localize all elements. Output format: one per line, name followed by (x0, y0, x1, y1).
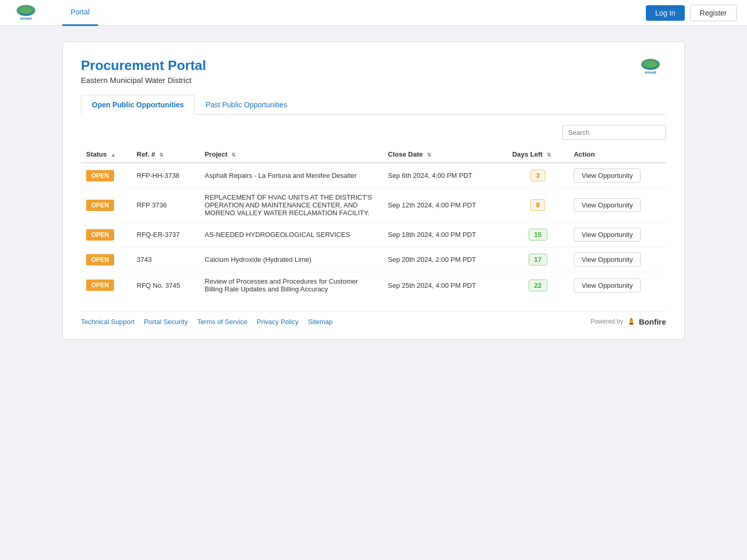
svg-point-1 (20, 7, 32, 13)
footer-sitemap[interactable]: Sitemap (308, 318, 333, 326)
cell-days-left-0: 3 (507, 163, 569, 188)
sort-icon-days-left: ⇅ (547, 152, 551, 158)
cell-status-0: OPEN (81, 163, 132, 188)
portal-footer: Technical Support Portal Security Terms … (81, 311, 666, 326)
view-opportunity-button-1[interactable]: View Opportunity (574, 198, 641, 212)
table-row: OPEN RFP 3736 REPLACEMENT OF HVAC UNITS … (81, 188, 666, 222)
view-opportunity-button-0[interactable]: View Opportunity (574, 169, 641, 183)
footer-portal-security[interactable]: Portal Security (144, 318, 188, 326)
cell-days-left-4: 22 (507, 272, 569, 299)
days-badge-1: 9 (530, 199, 545, 211)
tab-past-opportunities[interactable]: Past Public Opportunities (195, 95, 298, 115)
cell-action-1: View Opportunity (569, 188, 666, 222)
sort-icon-close-date: ⇅ (427, 152, 431, 158)
view-opportunity-button-4[interactable]: View Opportunity (574, 278, 641, 292)
cell-status-2: OPEN (81, 222, 132, 247)
days-badge-0: 3 (530, 170, 545, 181)
footer-privacy[interactable]: Privacy Policy (257, 318, 299, 326)
cell-ref-1: RFP 3736 (132, 188, 200, 222)
days-badge-2: 15 (529, 229, 547, 241)
cell-status-4: OPEN (81, 272, 132, 299)
view-opportunity-button-2[interactable]: View Opportunity (574, 228, 641, 242)
powered-by: Powered by Bonfire (590, 317, 666, 326)
cell-project-1: REPLACEMENT OF HVAC UNITS AT THE DISTRIC… (200, 188, 383, 222)
login-button[interactable]: Log In (646, 5, 685, 21)
sort-icon-status: ▲ (110, 152, 116, 158)
opportunities-table: Status ▲ Ref. # ⇅ Project ⇅ Close Date ⇅ (81, 146, 666, 298)
bonfire-icon (627, 317, 636, 326)
register-button[interactable]: Register (690, 5, 737, 21)
sort-icon-ref: ⇅ (159, 152, 163, 158)
col-header-ref[interactable]: Ref. # ⇅ (132, 146, 200, 163)
cell-status-1: OPEN (81, 188, 132, 222)
cell-close-date-4: Sep 25th 2024, 4:00 PM PDT (383, 272, 507, 299)
cell-action-0: View Opportunity (569, 163, 666, 188)
cell-close-date-1: Sep 12th 2024, 4:00 PM PDT (383, 188, 507, 222)
cell-ref-3: 3743 (132, 247, 200, 272)
topnav: emwd Portal Log In Register (0, 0, 747, 26)
tab-open-opportunities[interactable]: Open Public Opportunities (81, 95, 195, 115)
footer-terms[interactable]: Terms of Service (197, 318, 247, 326)
portal-logo: emwd (635, 58, 666, 78)
powered-by-text: Powered by (590, 318, 623, 325)
table-row: OPEN RFQ No. 3745 Review of Processes an… (81, 272, 666, 299)
logo: emwd (10, 4, 42, 22)
table-row: OPEN 3743 Calcium Hydroxide (Hydrated Li… (81, 247, 666, 272)
cell-ref-0: RFP-HH-3738 (132, 163, 200, 188)
status-badge-1: OPEN (86, 200, 114, 211)
nav-actions: Log In Register (646, 5, 737, 21)
cell-project-0: Asphalt Repairs - La Fortuna and Menifee… (200, 163, 383, 188)
cell-project-2: AS-NEEDED HYDROGEOLOGICAL SERVICES (200, 222, 383, 247)
portal-title: Procurement Portal (81, 58, 206, 74)
days-badge-4: 22 (529, 279, 547, 291)
cell-days-left-1: 9 (507, 188, 569, 222)
cell-days-left-2: 15 (507, 222, 569, 247)
cell-ref-2: RFQ-ER-3737 (132, 222, 200, 247)
portal-header: Procurement Portal Eastern Municipal Wat… (81, 58, 666, 85)
footer-technical-support[interactable]: Technical Support (81, 318, 134, 326)
nav-portal[interactable]: Portal (62, 0, 98, 26)
table-header-row: Status ▲ Ref. # ⇅ Project ⇅ Close Date ⇅ (81, 146, 666, 163)
svg-text:emwd: emwd (20, 16, 32, 21)
status-badge-2: OPEN (86, 229, 114, 241)
view-opportunity-button-3[interactable]: View Opportunity (574, 253, 641, 267)
cell-action-3: View Opportunity (569, 247, 666, 272)
col-header-days-left[interactable]: Days Left ⇅ (507, 146, 569, 163)
col-header-status[interactable]: Status ▲ (81, 146, 132, 163)
main-content: Procurement Portal Eastern Municipal Wat… (0, 26, 747, 355)
portal-subtitle: Eastern Municipal Water District (81, 76, 206, 85)
cell-action-2: View Opportunity (569, 222, 666, 247)
status-badge-0: OPEN (86, 170, 114, 181)
days-badge-3: 17 (529, 254, 547, 265)
cell-project-4: Review of Processes and Procedures for C… (200, 272, 383, 299)
tabs: Open Public Opportunities Past Public Op… (81, 95, 666, 115)
portal-title-block: Procurement Portal Eastern Municipal Wat… (81, 58, 206, 85)
cell-close-date-0: Sep 6th 2024, 4:00 PM PDT (383, 163, 507, 188)
cell-ref-4: RFQ No. 3745 (132, 272, 200, 299)
col-header-action: Action (569, 146, 666, 163)
search-input[interactable] (562, 125, 666, 140)
col-header-project[interactable]: Project ⇅ (200, 146, 383, 163)
cell-close-date-3: Sep 20th 2024, 2:00 PM PDT (383, 247, 507, 272)
footer-links: Technical Support Portal Security Terms … (81, 318, 333, 326)
status-badge-3: OPEN (86, 254, 114, 265)
cell-project-3: Calcium Hydroxide (Hydrated Lime) (200, 247, 383, 272)
svg-text:emwd: emwd (645, 70, 656, 75)
col-header-close-date[interactable]: Close Date ⇅ (383, 146, 507, 163)
status-badge-4: OPEN (86, 279, 114, 291)
table-row: OPEN RFP-HH-3738 Asphalt Repairs - La Fo… (81, 163, 666, 188)
cell-days-left-3: 17 (507, 247, 569, 272)
cell-close-date-2: Sep 18th 2024, 4:00 PM PDT (383, 222, 507, 247)
cell-status-3: OPEN (81, 247, 132, 272)
svg-point-4 (644, 61, 657, 68)
bonfire-label: Bonfire (639, 317, 667, 326)
search-row (81, 125, 666, 140)
table-row: OPEN RFQ-ER-3737 AS-NEEDED HYDROGEOLOGIC… (81, 222, 666, 247)
cell-action-4: View Opportunity (569, 272, 666, 299)
portal-card: Procurement Portal Eastern Municipal Wat… (62, 41, 685, 340)
nav-links: Portal (62, 0, 646, 26)
sort-icon-project: ⇅ (231, 152, 236, 158)
